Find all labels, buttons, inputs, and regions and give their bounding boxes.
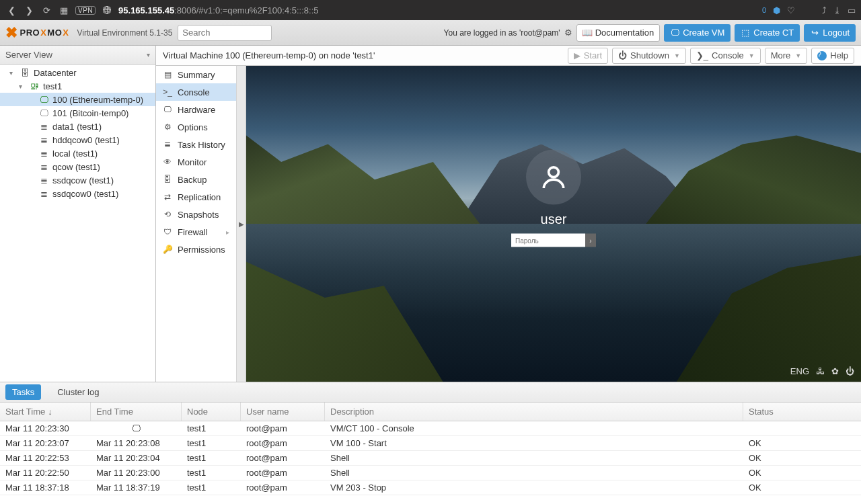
vpn-badge[interactable]: VPN [75, 6, 96, 15]
network-icon[interactable]: 🖧 [816, 366, 825, 376]
submenu-console[interactable]: >_Console [156, 83, 236, 101]
user-icon [539, 163, 568, 192]
reload-icon[interactable]: ⟳ [40, 4, 52, 16]
storage-icon: ≣ [38, 162, 49, 172]
tree-view-selector[interactable]: Server View▾ [0, 46, 155, 65]
tree-node-test1[interactable]: ▾🖳test1 [0, 79, 155, 93]
submenu-icon: 🛡 [163, 227, 172, 237]
accessibility-icon[interactable]: ✿ [831, 366, 839, 376]
blocker-count[interactable]: 0 [762, 6, 766, 14]
tree-vm-101[interactable]: 🖵101 (Bitcoin-temp0) [0, 106, 155, 120]
submenu-summary[interactable]: ▤Summary [156, 66, 236, 83]
col-status[interactable]: Status [743, 403, 861, 421]
create-ct-button[interactable]: ⬚Create CT [735, 24, 800, 42]
url-bar[interactable]: 95.165.155.45:8006/#v1:0:=qemu%2F100:4:5… [118, 5, 318, 15]
task-row[interactable]: Mar 11 20:22:53Mar 11 20:23:04test1root@… [0, 451, 861, 466]
tree-storage-4[interactable]: ≣ssdqcow (test1) [0, 173, 155, 187]
col-user[interactable]: User name [241, 403, 325, 421]
proxmox-logo: ✖ PROXMOX [5, 24, 69, 42]
more-button[interactable]: More▼ [765, 48, 808, 64]
tree-storage-1[interactable]: ≣hddqcow0 (test1) [0, 133, 155, 146]
submenu-icon: 🖵 [163, 105, 172, 114]
col-end-time[interactable]: End Time [91, 403, 182, 421]
tab-cluster-log[interactable]: Cluster log [50, 384, 106, 400]
sort-down-icon: ↓ [48, 407, 52, 417]
start-button[interactable]: ▶Start [568, 48, 608, 64]
tree-storage-5[interactable]: ≣ssdqcow0 (test1) [0, 187, 155, 200]
submenu-options[interactable]: ⚙Options [156, 118, 236, 136]
submenu-icon: ⚙ [163, 122, 172, 132]
task-row[interactable]: Mar 11 20:23:30🖵test1root@pamVM/CT 100 -… [0, 421, 861, 436]
console-button[interactable]: ❯_Console▼ [690, 48, 761, 64]
col-start-time[interactable]: Start Time ↓ [0, 403, 91, 421]
cube-icon: ⬚ [741, 28, 750, 38]
submenu-hardware[interactable]: 🖵Hardware [156, 101, 236, 118]
guest-password-input[interactable] [511, 234, 585, 247]
panel-expand-handle[interactable]: ▶ [237, 66, 246, 382]
submenu-icon: >_ [163, 87, 172, 97]
guest-power-icon[interactable]: ⏻ [846, 366, 854, 376]
submenu-task-history[interactable]: ≣Task History [156, 136, 236, 153]
submenu-firewall[interactable]: 🛡Firewall▸ [156, 223, 236, 241]
tab-tasks[interactable]: Tasks [5, 384, 41, 400]
submenu-monitor[interactable]: 👁Monitor [156, 153, 236, 171]
task-row[interactable]: Mar 11 20:22:50Mar 11 20:23:00test1root@… [0, 466, 861, 480]
submenu-icon: 🔑 [163, 245, 172, 254]
tree-vm-100[interactable]: 🖵100 (Ethereum-temp-0) [0, 93, 155, 106]
shutdown-button[interactable]: ⏻Shutdown▼ [612, 48, 686, 64]
node-icon: 🖳 [29, 81, 40, 91]
tree-storage-3[interactable]: ≣qcow (test1) [0, 160, 155, 173]
desktop-icon: 🖵 [670, 28, 679, 38]
submenu-icon: ⇄ [163, 192, 172, 202]
storage-icon: ≣ [38, 122, 49, 132]
resource-tree-panel: Server View▾ ▾🗄Datacenter ▾🖳test1 🖵100 (… [0, 46, 156, 382]
submenu-permissions[interactable]: 🔑Permissions [156, 241, 236, 258]
task-row[interactable]: Mar 11 20:23:07Mar 11 20:23:08test1root@… [0, 436, 861, 451]
nav-forward-icon[interactable]: ❯ [23, 4, 35, 16]
logout-button[interactable]: ↪Logout [804, 24, 856, 42]
storage-icon: ≣ [38, 175, 49, 185]
terminal-icon: ❯_ [696, 50, 708, 60]
logout-icon: ↪ [810, 28, 819, 38]
guest-username: user [541, 212, 567, 227]
create-vm-button[interactable]: 🖵Create VM [664, 24, 731, 42]
chevron-right-icon: ▸ [226, 228, 229, 236]
app-header: ✖ PROXMOX Virtual Environment 5.1-35 You… [0, 20, 861, 46]
svg-point-0 [549, 167, 559, 177]
nav-back-icon[interactable]: ❮ [5, 4, 17, 16]
apps-icon[interactable]: ▦ [58, 4, 70, 16]
chevron-down-icon: ▾ [147, 51, 150, 58]
vm-console[interactable]: user › ENG 🖧 ✿ ⏻ [246, 66, 861, 382]
gear-icon[interactable]: ⚙ [564, 28, 572, 38]
content-toolbar: Virtual Machine 100 (Ethereum-temp-0) on… [156, 46, 861, 66]
globe-icon[interactable]: 🌐︎ [101, 4, 113, 16]
guest-lang-indicator[interactable]: ENG [790, 366, 809, 376]
help-button[interactable]: ?Help [811, 48, 854, 64]
submenu-backup[interactable]: 🗄Backup [156, 171, 236, 188]
download-icon[interactable]: ⤓ [833, 5, 841, 15]
version-label: Virtual Environment 5.1-35 [77, 28, 172, 38]
heart-icon[interactable]: ♡ [787, 5, 795, 15]
task-log-panel: Tasks Cluster log Start Time ↓ End Time … [0, 382, 861, 504]
server-icon: 🗄 [20, 68, 30, 78]
vm-submenu: ▤Summary>_Console🖵Hardware⚙Options≣Task … [156, 66, 237, 382]
col-node[interactable]: Node [182, 403, 241, 421]
share-icon[interactable]: ⤴ [822, 5, 827, 15]
breadcrumb: Virtual Machine 100 (Ethereum-temp-0) on… [163, 50, 564, 60]
task-row[interactable]: Mar 11 18:37:18Mar 11 18:37:19test1root@… [0, 480, 861, 495]
login-status: You are logged in as 'root@pam' [444, 28, 560, 38]
submenu-replication[interactable]: ⇄Replication [156, 188, 236, 206]
vm-running-icon: 🖵 [38, 95, 49, 105]
submenu-snapshots[interactable]: ⟲Snapshots [156, 206, 236, 223]
running-icon: 🖵 [96, 423, 176, 433]
documentation-button[interactable]: 📖Documentation [576, 24, 660, 42]
help-icon: ? [817, 51, 827, 60]
play-icon: ▶ [574, 50, 581, 60]
col-description[interactable]: Description [325, 403, 743, 421]
tree-storage-2[interactable]: ≣local (test1) [0, 146, 155, 160]
tree-datacenter[interactable]: ▾🗄Datacenter [0, 66, 155, 79]
shield-icon[interactable]: ⬢ [773, 5, 780, 15]
search-input[interactable] [178, 25, 272, 41]
tree-storage-0[interactable]: ≣data1 (test1) [0, 120, 155, 133]
guest-login-submit[interactable]: › [585, 234, 596, 247]
